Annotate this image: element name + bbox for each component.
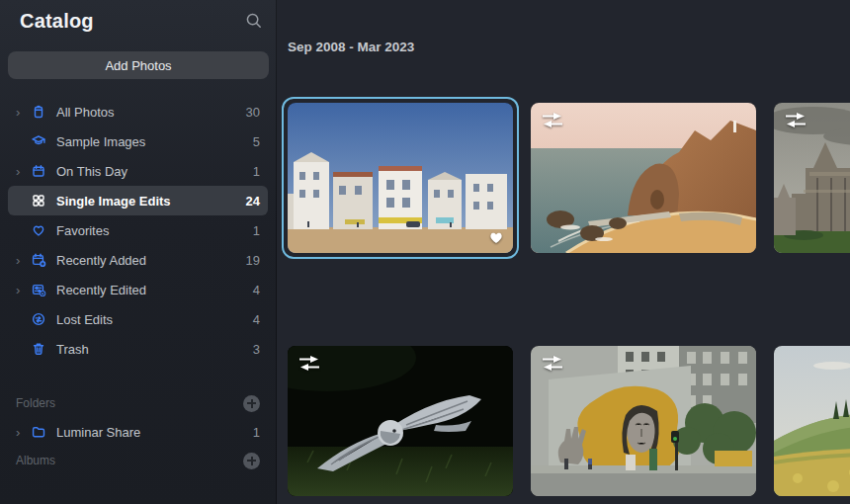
sidebar-item-all-photos[interactable]: › All Photos 30 [8,97,268,126]
item-count: 1 [253,164,260,179]
section-label: Albums [16,454,55,467]
sidebar-item-recently-added[interactable]: › Recently Added 19 [8,245,268,275]
sidebar-item-sample-images[interactable]: › Sample Images 5 [8,126,268,156]
photo-thumbnail-parliament[interactable] [774,103,850,253]
sidebar-item-on-this-day[interactable]: › On This Day 1 [8,156,268,186]
photo-grid: Sep 2008 - Mar 2023 [278,0,850,504]
sidebar-item-trash[interactable]: › Trash 3 [8,334,268,364]
sidebar-header: Catalog [0,0,276,42]
photo-image [531,346,756,496]
heart-icon [31,222,46,238]
photo-image [288,346,513,496]
item-count: 1 [253,425,260,440]
page-title: Catalog [20,10,94,32]
item-count: 3 [253,342,260,357]
albums-section-header: Albums [8,447,268,474]
photo-bag-icon [31,104,46,120]
graduation-cap-icon [31,133,46,149]
chevron-right-icon[interactable]: › [16,254,30,267]
folder-icon [31,424,46,440]
photo-thumbnail-owl[interactable] [288,346,513,496]
date-range-header: Sep 2008 - Mar 2023 [288,40,414,54]
sidebar-item-label: On This Day [56,164,128,179]
sidebar-item-label: Luminar Share [56,425,140,440]
edited-badge-icon [298,355,321,372]
grid-icon [31,193,46,209]
calendar-icon [31,163,46,179]
item-count: 5 [253,134,260,149]
favorite-heart-icon[interactable] [488,229,504,244]
catalog-sidebar: Catalog Add Photos › All Photos 30 › [0,0,277,504]
photo-image [774,346,850,496]
sliders-clock-icon [31,282,46,297]
photo-thumbnail-mural[interactable] [531,346,756,496]
sidebar-item-label: Sample Images [56,134,145,149]
section-label: Folders [16,396,55,410]
photo-thumbnail-tuscany[interactable] [774,346,850,496]
sidebar-item-luminar-share[interactable]: › Luminar Share 1 [8,417,268,447]
item-count: 1 [253,223,260,238]
sidebar-item-single-image-edits[interactable]: › Single Image Edits 24 [8,186,268,215]
search-icon-glyph [244,11,264,31]
sidebar-item-label: Recently Added [56,253,146,268]
edited-badge-icon [784,112,808,128]
add-folder-button[interactable] [243,395,260,412]
folders-section-header: Folders [8,389,268,417]
edited-badge-icon [541,112,564,128]
item-count: 24 [246,194,260,209]
sidebar-item-lost-edits[interactable]: › Lost Edits 4 [8,304,268,334]
sidebar-item-label: Favorites [56,223,109,238]
search-icon[interactable] [244,11,264,31]
chevron-right-icon[interactable]: › [16,165,30,178]
sync-arrows-icon [31,311,46,327]
chevron-right-icon[interactable]: › [16,426,30,439]
sidebar-item-label: All Photos [56,105,115,120]
trash-icon [31,341,46,357]
sidebar-item-label: Recently Edited [56,283,146,297]
calendar-added-icon [31,252,46,268]
chevron-right-icon[interactable]: › [16,284,30,296]
photo-image [531,103,756,253]
item-count: 4 [253,312,260,327]
item-count: 19 [246,253,260,268]
catalog-nav: › All Photos 30 › Sample Images 5 › [0,97,276,474]
sidebar-item-favorites[interactable]: › Favorites 1 [8,215,268,245]
sidebar-item-recently-edited[interactable]: › Recently Edited 4 [8,275,268,304]
edited-badge-icon [541,355,564,372]
add-photos-button[interactable]: Add Photos [8,51,269,79]
photo-image [288,103,513,253]
sidebar-item-label: Trash [56,342,89,357]
add-album-button[interactable] [243,453,260,469]
sidebar-item-label: Single Image Edits [56,194,171,209]
item-count: 4 [253,283,260,297]
sidebar-item-label: Lost Edits [56,312,113,327]
photo-thumbnail-coast[interactable] [531,103,756,253]
chevron-right-icon[interactable]: › [16,106,30,119]
photo-thumbnail-buildings[interactable] [288,103,513,253]
item-count: 30 [246,105,260,120]
